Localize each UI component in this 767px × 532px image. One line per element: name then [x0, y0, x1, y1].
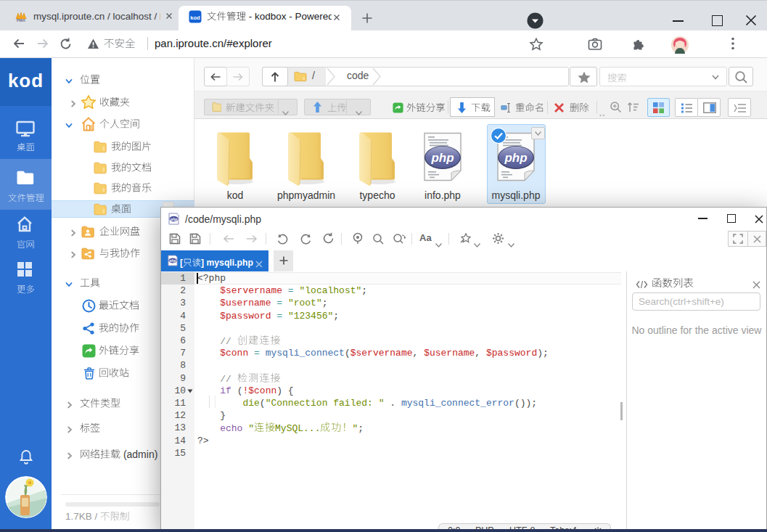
svg-text:php: php: [169, 259, 176, 263]
svg-text:php: php: [170, 217, 178, 221]
svg-text:php: php: [504, 151, 527, 165]
svg-text:php: php: [430, 151, 454, 165]
svg-text:kod: kod: [190, 15, 200, 21]
svg-text:PMA: PMA: [17, 18, 25, 22]
